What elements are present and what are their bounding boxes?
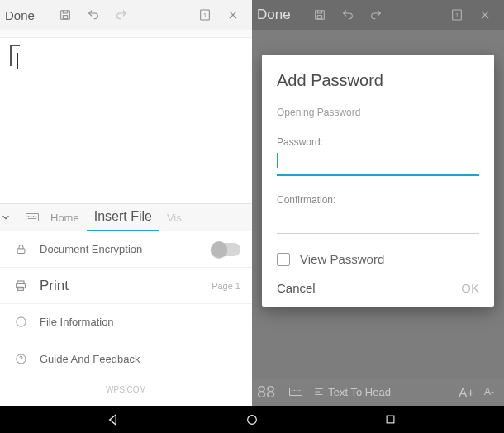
- svg-rect-15: [290, 388, 302, 396]
- undo-icon[interactable]: [84, 6, 102, 24]
- font-decrease-button: A-: [484, 386, 494, 397]
- ok-button[interactable]: OK: [461, 281, 479, 295]
- svg-rect-0: [61, 11, 70, 20]
- cancel-button[interactable]: Cancel: [277, 281, 316, 295]
- text-to-head-button: Text To Head: [313, 386, 391, 398]
- undo-icon: [339, 6, 357, 24]
- print-page-meta: Page 1: [212, 281, 240, 291]
- add-password-dialog: Add Password Opening Password Password: …: [262, 55, 494, 307]
- svg-rect-12: [317, 16, 321, 19]
- svg-rect-11: [315, 11, 324, 20]
- svg-text:1: 1: [455, 12, 459, 19]
- recents-button[interactable]: [366, 406, 416, 433]
- word-count: 88: [257, 383, 275, 402]
- right-bottombar: 88 Text To Head A+ A-: [252, 378, 504, 406]
- tab-insert-file[interactable]: Insert File: [87, 203, 159, 231]
- svg-point-16: [248, 415, 257, 424]
- password-input[interactable]: [277, 153, 479, 176]
- confirmation-input[interactable]: [277, 211, 479, 234]
- left-topbar: Done 1: [0, 0, 252, 30]
- confirmation-label: Confirmation:: [277, 194, 479, 206]
- done-button[interactable]: Done: [5, 8, 35, 22]
- view-password-label: View Password: [300, 252, 384, 266]
- keyboard-icon[interactable]: [21, 212, 43, 223]
- svg-rect-5: [17, 249, 25, 254]
- svg-rect-17: [387, 416, 394, 423]
- footer-brand: WPS.COM: [0, 385, 252, 394]
- keyboard-icon: [288, 386, 303, 397]
- save-icon: [311, 6, 329, 24]
- printer-icon: [12, 279, 30, 293]
- info-icon: [12, 316, 30, 328]
- row-label: Guide And Feedback: [40, 353, 240, 365]
- collapse-icon[interactable]: [0, 212, 21, 223]
- font-increase-button: A+: [459, 385, 474, 399]
- page-indicator-icon: 1: [448, 6, 466, 24]
- help-icon: [12, 353, 30, 365]
- row-print[interactable]: Print Page 1: [0, 268, 252, 304]
- tab-bar: Home Insert File Vis: [0, 203, 252, 231]
- ruler: [0, 30, 252, 38]
- left-screenshot: Done 1: [0, 0, 252, 433]
- encryption-toggle[interactable]: [212, 243, 240, 256]
- redo-icon[interactable]: [112, 6, 131, 24]
- opening-password-label: Opening Password: [277, 107, 479, 118]
- tab-home[interactable]: Home: [43, 203, 87, 231]
- password-label: Password:: [277, 136, 479, 148]
- checkbox-icon: [277, 253, 290, 266]
- row-file-information[interactable]: File Information: [0, 304, 252, 340]
- close-icon: [476, 6, 494, 24]
- row-label: File Information: [40, 316, 240, 328]
- svg-rect-1: [63, 16, 67, 19]
- document-canvas[interactable]: [0, 30, 252, 203]
- redo-icon: [367, 6, 385, 24]
- svg-rect-4: [26, 214, 39, 221]
- right-screenshot: Done 1 88 Text: [252, 0, 504, 433]
- row-guide-feedback[interactable]: Guide And Feedback: [0, 340, 252, 377]
- right-topbar: Done 1: [252, 0, 504, 30]
- view-password-checkbox[interactable]: View Password: [277, 252, 479, 266]
- save-icon[interactable]: [56, 6, 74, 24]
- text-cursor: [17, 53, 18, 69]
- dialog-title: Add Password: [277, 71, 479, 90]
- home-button[interactable]: [227, 406, 277, 433]
- row-document-encryption[interactable]: Document Encryption: [0, 231, 252, 268]
- done-button[interactable]: Done: [257, 7, 291, 23]
- row-label: Print: [40, 278, 212, 294]
- lock-icon: [12, 243, 30, 255]
- row-label: Document Encryption: [40, 243, 212, 255]
- back-button[interactable]: [89, 406, 139, 433]
- close-icon[interactable]: [224, 6, 242, 24]
- android-navbar: [0, 406, 504, 433]
- svg-rect-8: [18, 287, 24, 290]
- page-indicator-icon[interactable]: 1: [196, 6, 214, 24]
- svg-text:1: 1: [203, 12, 207, 19]
- tab-vis[interactable]: Vis: [159, 203, 189, 231]
